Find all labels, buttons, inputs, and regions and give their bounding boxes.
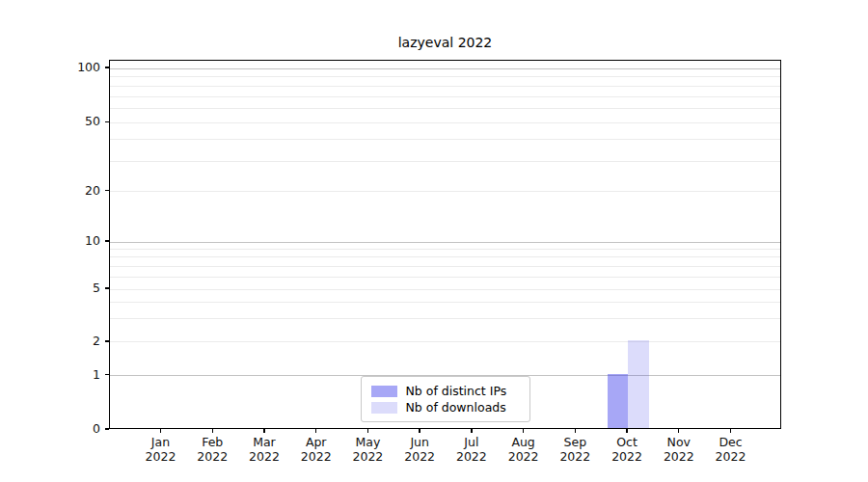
x-axis-tick-mark	[678, 429, 679, 433]
legend-swatch-distinct-ips	[371, 386, 397, 397]
legend-label: Nb of distinct IPs	[406, 384, 507, 398]
x-axis-tick-label: Sep2022	[545, 435, 605, 464]
legend-entry: Nb of downloads	[371, 400, 520, 415]
x-axis-tick-label: Dec2022	[701, 435, 761, 464]
y-gridline	[110, 341, 780, 342]
legend-label: Nb of downloads	[406, 400, 506, 415]
y-gridline-minor	[110, 96, 780, 97]
x-axis-tick-mark	[626, 429, 627, 433]
legend-entry: Nb of distinct IPs	[371, 384, 520, 398]
y-axis-tick-label: 1	[0, 368, 100, 382]
y-axis-tick-mark	[105, 67, 109, 67]
x-axis-tick-year: 2022	[494, 449, 554, 464]
y-gridline-minor	[110, 161, 780, 162]
x-axis-tick-label: Oct2022	[597, 435, 657, 464]
x-axis-tick-year: 2022	[390, 449, 449, 464]
x-axis-tick-mark	[212, 429, 213, 433]
y-axis-tick-label: 5	[0, 281, 100, 295]
x-axis-tick-year: 2022	[338, 449, 397, 464]
y-axis-tick-label: 2	[0, 335, 100, 348]
y-gridline-minor	[110, 302, 780, 303]
y-axis-tick-mark	[105, 240, 109, 241]
y-gridline	[110, 68, 780, 69]
y-gridline-minor	[110, 86, 780, 87]
x-axis-tick-label: Jan2022	[131, 435, 191, 464]
y-axis-tick-mark	[105, 190, 109, 191]
y-gridline-minor	[110, 277, 780, 278]
x-axis-tick-label: May2022	[338, 435, 397, 464]
x-axis-tick-mark	[730, 429, 731, 433]
chart-figure: lazyeval 2022 0125102050100Jan2022Feb202…	[0, 0, 868, 482]
x-axis-tick-label: Aug2022	[494, 435, 554, 464]
x-axis-tick-mark	[575, 429, 576, 433]
plot-area	[109, 60, 781, 429]
y-gridline-minor	[110, 266, 780, 267]
x-axis-tick-year: 2022	[442, 449, 502, 464]
x-axis-tick-year: 2022	[286, 449, 346, 464]
y-gridline-minor	[110, 108, 780, 109]
bar-distinct-ips	[608, 374, 629, 428]
y-axis-tick-label: 50	[0, 115, 100, 128]
legend-swatch-downloads	[371, 402, 397, 414]
bar-downloads	[628, 340, 649, 428]
y-axis-tick-mark	[105, 428, 109, 429]
x-axis-tick-label: Jun2022	[390, 435, 449, 464]
x-axis-tick-mark	[315, 429, 316, 433]
x-axis-tick-mark	[523, 429, 524, 433]
y-axis-tick-label: 10	[0, 234, 100, 248]
x-axis-tick-mark	[263, 429, 264, 433]
y-axis-tick-mark	[105, 287, 109, 288]
y-axis-tick-mark	[105, 374, 109, 375]
x-axis-tick-year: 2022	[234, 449, 294, 464]
y-axis-tick-label: 100	[0, 61, 100, 74]
y-gridline-minor	[110, 256, 780, 257]
y-axis-tick-label: 0	[0, 422, 100, 436]
x-axis-tick-mark	[419, 429, 420, 433]
y-gridline	[110, 122, 780, 123]
y-gridline-minor	[110, 76, 780, 77]
x-axis-tick-year: 2022	[701, 449, 761, 464]
y-gridline	[110, 191, 780, 192]
x-axis-tick-year: 2022	[131, 449, 191, 464]
x-axis-tick-label: Apr2022	[286, 435, 346, 464]
x-axis-tick-label: Mar2022	[234, 435, 294, 464]
y-axis-tick-mark	[105, 121, 109, 122]
y-gridline	[110, 242, 780, 243]
x-axis-tick-year: 2022	[182, 449, 242, 464]
y-axis-tick-label: 20	[0, 184, 100, 198]
y-gridline-minor	[110, 318, 780, 319]
x-axis-tick-label: Nov2022	[649, 435, 709, 464]
x-axis-tick-label: Jul2022	[442, 435, 502, 464]
x-axis-tick-label: Feb2022	[182, 435, 242, 464]
x-axis-tick-year: 2022	[649, 449, 709, 464]
y-gridline	[110, 289, 780, 290]
legend: Nb of distinct IPsNb of downloads	[361, 376, 530, 422]
x-axis-tick-mark	[160, 429, 161, 433]
x-axis-tick-year: 2022	[597, 449, 657, 464]
y-axis-tick-mark	[105, 340, 109, 341]
x-axis-tick-year: 2022	[545, 449, 605, 464]
x-axis-tick-mark	[471, 429, 472, 433]
y-gridline-minor	[110, 249, 780, 250]
chart-title: lazyeval 2022	[109, 35, 781, 50]
y-gridline-minor	[110, 139, 780, 140]
x-axis-tick-mark	[367, 429, 368, 433]
